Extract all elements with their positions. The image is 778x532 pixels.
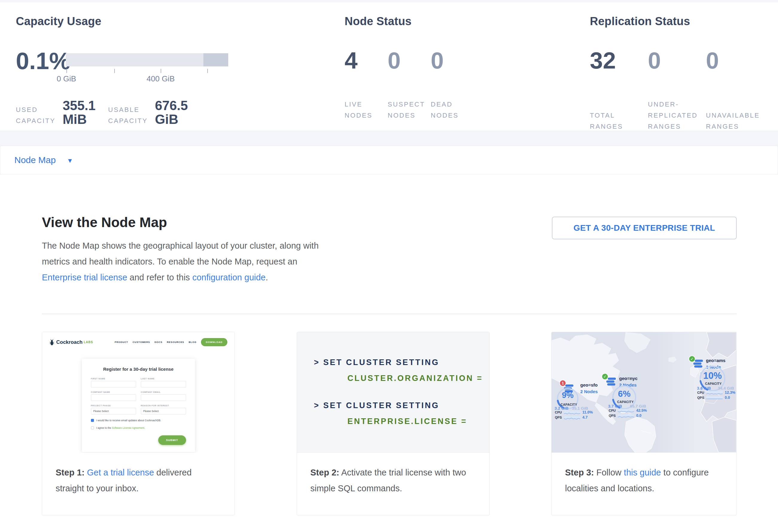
axis-tick-label: 0 GiB xyxy=(57,74,76,83)
replication-status-section: Replication Status 32 0 0 TOTAL RANGES U… xyxy=(590,14,690,28)
node-map-dropdown[interactable]: Node Map xyxy=(14,155,56,165)
unavailable-ranges-count: 0 xyxy=(706,47,764,74)
suspect-nodes-count: 0 xyxy=(388,47,431,74)
cpu-sparkline xyxy=(618,409,634,412)
step1-thumbnail: Cockroach LABS PRODUCT CUSTOMERS DOCS RE… xyxy=(42,332,235,453)
cpu-metric-row: CPU 12.3% xyxy=(697,390,735,395)
capacity-bar: 0 GiB 400 GiB xyxy=(66,53,228,75)
used-capacity: 3.7 GiB xyxy=(608,404,622,408)
total-capacity: 35.1 GiB xyxy=(572,406,588,410)
replication-status-title: Replication Status xyxy=(590,14,690,28)
live-nodes-count: 4 xyxy=(344,47,388,74)
capacity-bar-reserved-segment xyxy=(204,53,228,66)
qps-sparkline xyxy=(618,414,634,417)
intro-text: and refer to this xyxy=(127,273,192,282)
nav-item: CUSTOMERS xyxy=(133,341,150,344)
step1-caption: Step 1: Get a trial license delivered st… xyxy=(42,453,235,497)
qps-metric-row: QPS 4.7 xyxy=(555,415,588,420)
axis-tick xyxy=(66,69,67,73)
brand-suffix: LABS xyxy=(84,340,93,344)
form-field: COMPANY NAME xyxy=(91,391,136,401)
nav-item: DOCS xyxy=(154,341,162,344)
sql-line: CLUSTER.ORGANIZATION = xyxy=(347,374,489,383)
intro-text: . xyxy=(265,273,268,282)
step3-node-map-thumbnail: 1 geo=sfo 2 Nodes 9% xyxy=(552,332,736,453)
download-button: DOWNLOAD xyxy=(201,338,227,346)
this-guide-link[interactable]: this guide xyxy=(624,468,661,477)
capacity-usage-section: Capacity Usage 0.1% 0 GiB 400 GiB USED C… xyxy=(16,14,101,28)
software-license-agreement-link: Software License Agreement. xyxy=(112,427,145,429)
license-agreement-checkbox-row: I agree to the Software License Agreemen… xyxy=(91,427,186,429)
chevron-down-icon[interactable]: ▼ xyxy=(67,156,73,164)
qps-metric-row: QPS 0.0 xyxy=(609,413,641,418)
locality-name[interactable]: geo=sfo xyxy=(580,382,598,387)
step1-card: Cockroach LABS PRODUCT CUSTOMERS DOCS RE… xyxy=(42,332,235,515)
used-capacity-value: 355.1 MiB xyxy=(63,99,95,126)
form-select: PROJECT PHASE Please Select xyxy=(91,404,136,414)
used-capacity: 3.6 GiB xyxy=(697,386,711,390)
divider xyxy=(42,314,737,314)
site-nav: PRODUCT CUSTOMERS DOCS RESOURCES BLOG DO… xyxy=(114,338,227,346)
view-selector-bar: Node Map ▼ xyxy=(0,146,778,174)
cpu-metric-row: CPU 11.0% xyxy=(555,410,593,414)
checkbox-checked-icon xyxy=(91,419,94,422)
form-title: Register for a 30-day trial license xyxy=(91,367,186,372)
node-status-title: Node Status xyxy=(344,14,411,28)
step2-caption: Step 2: Activate the trial license with … xyxy=(297,453,489,497)
axis-tick-label: 400 GiB xyxy=(147,74,175,83)
form-field: FIRST NAME xyxy=(91,378,136,387)
dead-nodes-count: 0 xyxy=(431,47,474,74)
node-map-promo-panel: View the Node Map The Node Map shows the… xyxy=(0,174,778,532)
locality-name[interactable]: geo=nyc xyxy=(619,376,637,381)
cpu-sparkline xyxy=(706,391,723,394)
dead-nodes-label: DEAD NODES xyxy=(431,99,474,121)
brand-name: Cockroach xyxy=(56,339,83,345)
nav-item: PRODUCT xyxy=(114,341,128,344)
intro-text: The Node Map shows the geographical layo… xyxy=(42,241,319,266)
nav-item: BLOG xyxy=(189,341,197,344)
capacity-bar-track xyxy=(66,53,228,66)
axis-tick xyxy=(161,69,161,73)
live-nodes-label: LIVE NODES xyxy=(344,99,388,121)
trial-license-form: Register for a 30-day trial license FIRS… xyxy=(82,359,195,452)
cockroach-bug-icon xyxy=(49,339,55,346)
axis-tick xyxy=(207,69,208,73)
form-field: COMPANY EMAIL xyxy=(141,391,186,401)
sql-line: > SET CLUSTER SETTING xyxy=(314,358,489,367)
configuration-guide-link[interactable]: configuration guide xyxy=(192,273,265,282)
locality-name[interactable]: geo=ams xyxy=(706,358,725,363)
capacity-gauge-label: CAPACITY xyxy=(698,382,728,385)
intro-paragraph: The Node Map shows the geographical layo… xyxy=(42,238,326,286)
capacity-gauge-label: CAPACITY xyxy=(611,400,640,404)
total-ranges-count: 32 xyxy=(590,47,648,74)
step3-card: 1 geo=sfo 2 Nodes 9% xyxy=(551,332,737,515)
form-field: LAST NAME xyxy=(141,378,186,387)
get-enterprise-trial-button[interactable]: GET A 30-DAY ENTERPRISE TRIAL xyxy=(552,217,737,239)
total-ranges-label: TOTAL RANGES xyxy=(590,110,648,132)
unavailable-ranges-label: UNAVAILABLE RANGES xyxy=(706,110,764,132)
step3-caption: Step 3: Follow this guide to configure l… xyxy=(552,453,736,497)
step2-sql-snippet: > SET CLUSTER SETTING CLUSTER.ORGANIZATI… xyxy=(297,332,489,453)
step2-card: > SET CLUSTER SETTING CLUSTER.ORGANIZATI… xyxy=(297,332,490,515)
form-select: REASON FOR INTEREST Please Select xyxy=(141,404,186,414)
total-capacity: 65.7 GiB xyxy=(630,404,646,408)
checkbox-empty-icon xyxy=(91,427,94,429)
cpu-sparkline xyxy=(564,411,580,414)
cpu-metric-row: CPU 42.5% xyxy=(609,408,647,412)
sql-line: ENTERPRISE.LICENSE = xyxy=(347,417,489,426)
used-capacity-label: USED CAPACITY xyxy=(16,104,55,126)
node-status-section: Node Status 4 0 0 LIVE NODES SUSPECT NOD… xyxy=(344,14,411,28)
sql-line: > SET CLUSTER SETTING xyxy=(314,401,489,410)
total-capacity: 34.4 GiB xyxy=(718,386,734,390)
locality-node-count[interactable]: 2 Nodes xyxy=(580,389,598,394)
email-updates-checkbox-row: I would like to receive email updates ab… xyxy=(91,419,186,422)
cockroach-labs-logo: Cockroach LABS xyxy=(49,339,93,346)
get-trial-license-link[interactable]: Get a trial license xyxy=(87,468,154,477)
page-background-strip xyxy=(0,0,778,2)
suspect-nodes-label: SUSPECT NODES xyxy=(388,99,431,121)
qps-sparkline xyxy=(564,416,580,419)
under-replicated-ranges-count: 0 xyxy=(648,47,706,74)
usable-capacity-label: USABLE CAPACITY xyxy=(108,104,148,126)
page-title: View the Node Map xyxy=(42,214,167,230)
enterprise-trial-license-link[interactable]: Enterprise trial license xyxy=(42,273,127,282)
